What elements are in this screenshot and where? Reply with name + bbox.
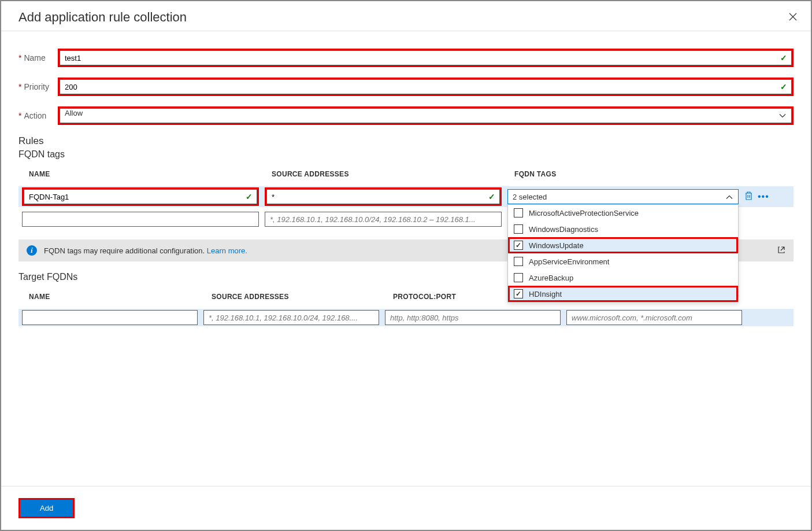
dropdown-item-label: WindowsUpdate: [529, 241, 584, 250]
dropdown-item[interactable]: AppServiceEnvironment: [508, 253, 738, 270]
dropdown-item-label: AppServiceEnvironment: [529, 257, 609, 266]
checkbox-icon: [514, 208, 523, 217]
check-icon: ✓: [780, 53, 787, 62]
target-fqdn-input[interactable]: [566, 310, 742, 325]
close-icon: [789, 13, 797, 21]
target-name-input[interactable]: [22, 310, 198, 325]
target-header-name: NAME: [29, 293, 212, 301]
fqdn-tags-dropdown-list: MicrosoftActiveProtectionService Windows…: [507, 204, 739, 303]
target-row: [18, 309, 794, 326]
dropdown-item-label: HDInsight: [529, 290, 562, 298]
name-label: * Name: [18, 53, 58, 62]
fqdn-header-source: SOURCE ADDRESSES: [272, 170, 514, 178]
check-icon: ✓: [488, 192, 495, 201]
required-marker: *: [18, 111, 21, 120]
required-marker: *: [18, 53, 21, 62]
priority-label: * Priority: [18, 82, 58, 91]
action-label: * Action: [18, 111, 58, 120]
target-source-input[interactable]: [203, 310, 379, 325]
fqdn-name-input[interactable]: [24, 189, 257, 204]
checkbox-icon: [514, 224, 523, 234]
target-header-source: SOURCE ADDRESSES: [212, 293, 393, 301]
fqdn-header-name: NAME: [29, 170, 272, 178]
target-protocol-input[interactable]: [385, 310, 561, 325]
checkbox-icon: [514, 241, 523, 250]
fqdn-tags-title: FQDN tags: [18, 149, 794, 160]
name-input[interactable]: [60, 50, 792, 65]
required-marker: *: [18, 82, 21, 91]
dropdown-item[interactable]: WindowsUpdate: [508, 237, 738, 253]
info-icon: i: [27, 245, 37, 256]
external-link-icon[interactable]: [777, 246, 785, 256]
checkbox-icon: [514, 273, 523, 282]
dropdown-item[interactable]: AzureBackup: [508, 270, 738, 286]
dropdown-item[interactable]: MicrosoftActiveProtectionService: [508, 205, 738, 221]
trash-icon[interactable]: [744, 191, 753, 202]
checkbox-icon: [514, 257, 523, 266]
more-icon[interactable]: •••: [758, 191, 769, 202]
priority-input[interactable]: [60, 79, 792, 94]
add-button[interactable]: Add: [20, 500, 73, 517]
check-icon: ✓: [246, 192, 253, 201]
fqdn-name-input-empty[interactable]: [22, 212, 259, 227]
checkbox-icon: [514, 289, 523, 298]
fqdn-header-tags: FQDN TAGS: [514, 170, 794, 178]
fqdn-source-input-empty[interactable]: [265, 212, 502, 227]
dropdown-item-label: AzureBackup: [529, 274, 573, 282]
action-select[interactable]: Allow: [60, 108, 792, 123]
close-button[interactable]: [787, 8, 799, 26]
dropdown-item[interactable]: WindowsDiagnostics: [508, 221, 738, 237]
fqdn-row: ✓ ✓ 2 selected MicrosoftActiveProtection…: [18, 186, 794, 207]
dropdown-item-label: MicrosoftActiveProtectionService: [529, 209, 639, 217]
fqdn-tags-dropdown[interactable]: 2 selected: [507, 189, 739, 204]
dropdown-item[interactable]: HDInsight: [508, 286, 738, 302]
dropdown-item-label: WindowsDiagnostics: [529, 225, 598, 234]
learn-more-link[interactable]: Learn more.: [207, 246, 247, 255]
rules-section-title: Rules: [18, 135, 794, 147]
page-title: Add application rule collection: [18, 10, 187, 25]
fqdn-source-input[interactable]: [266, 189, 500, 204]
info-text: FQDN tags may require additional configu…: [44, 246, 207, 255]
check-icon: ✓: [780, 82, 787, 91]
